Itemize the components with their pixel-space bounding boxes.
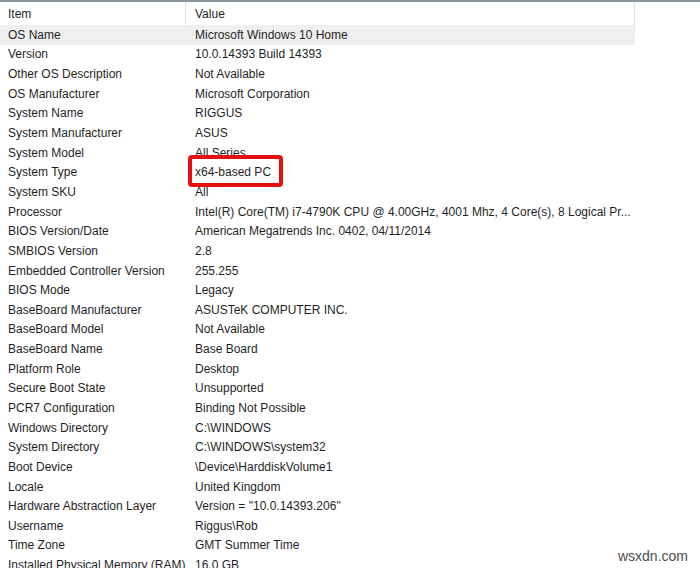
item-cell: SMBIOS Version <box>0 244 186 258</box>
item-cell: Version <box>0 47 186 61</box>
item-cell: Time Zone <box>0 538 186 552</box>
table-row[interactable]: Windows DirectoryC:\WINDOWS <box>0 418 635 438</box>
table-row[interactable]: PCR7 ConfigurationBinding Not Possible <box>0 398 635 418</box>
value-cell: Not Available <box>186 67 635 81</box>
column-header-item[interactable]: Item <box>0 2 186 25</box>
item-cell: OS Name <box>0 28 186 42</box>
value-cell: Desktop <box>186 362 635 376</box>
column-header-value[interactable]: Value <box>186 2 635 25</box>
value-cell: Microsoft Corporation <box>186 87 635 101</box>
value-cell: Legacy <box>186 283 635 297</box>
value-cell: GMT Summer Time <box>186 538 635 552</box>
item-cell: BaseBoard Name <box>0 342 186 356</box>
list-header: Item Value <box>0 2 635 25</box>
table-row[interactable]: System SKUAll <box>0 182 635 202</box>
watermark-text: wsxdn.com <box>618 548 688 564</box>
table-row[interactable]: Other OS DescriptionNot Available <box>0 64 635 84</box>
value-cell: 2.8 <box>186 244 635 258</box>
value-cell: Unsupported <box>186 381 635 395</box>
red-highlight-box: x64-based PC <box>195 165 271 179</box>
item-cell: Hardware Abstraction Layer <box>0 499 186 513</box>
item-cell: Installed Physical Memory (RAM) <box>0 558 186 568</box>
value-cell: ASUS <box>186 126 635 140</box>
value-cell: Base Board <box>186 342 635 356</box>
table-row[interactable]: Time ZoneGMT Summer Time <box>0 536 635 556</box>
item-cell: BaseBoard Model <box>0 322 186 336</box>
value-cell: Binding Not Possible <box>186 401 635 415</box>
value-cell: American Megatrends Inc. 0402, 04/11/201… <box>186 224 635 238</box>
value-cell: United Kingdom <box>186 480 635 494</box>
value-cell: Version = "10.0.14393.206" <box>186 499 635 513</box>
value-cell: All Series <box>186 146 635 160</box>
item-cell: BIOS Mode <box>0 283 186 297</box>
table-row[interactable]: System NameRIGGUS <box>0 104 635 124</box>
table-row[interactable]: BIOS Version/DateAmerican Megatrends Inc… <box>0 221 635 241</box>
item-cell: System Model <box>0 146 186 160</box>
item-cell: Locale <box>0 480 186 494</box>
item-cell: System Type <box>0 165 186 179</box>
table-row[interactable]: OS ManufacturerMicrosoft Corporation <box>0 84 635 104</box>
value-cell: RIGGUS <box>186 106 635 120</box>
table-row[interactable]: BaseBoard NameBase Board <box>0 339 635 359</box>
value-cell: 16.0 GB <box>186 558 635 568</box>
table-row[interactable]: Boot Device\Device\HarddiskVolume1 <box>0 457 635 477</box>
value-cell: Riggus\Rob <box>186 519 635 533</box>
item-cell: OS Manufacturer <box>0 87 186 101</box>
value-cell: ASUSTeK COMPUTER INC. <box>186 303 635 317</box>
table-row[interactable]: System Typex64-based PC <box>0 162 635 182</box>
value-cell: 10.0.14393 Build 14393 <box>186 47 635 61</box>
table-row[interactable]: System DirectoryC:\WINDOWS\system32 <box>0 437 635 457</box>
table-row[interactable]: System ManufacturerASUS <box>0 123 635 143</box>
table-row[interactable]: SMBIOS Version2.8 <box>0 241 635 261</box>
value-cell: \Device\HarddiskVolume1 <box>186 460 635 474</box>
value-cell: Intel(R) Core(TM) i7-4790K CPU @ 4.00GHz… <box>186 205 635 219</box>
value-cell: x64-based PC <box>186 165 635 179</box>
value-cell: 255.255 <box>186 264 635 278</box>
table-row[interactable]: ProcessorIntel(R) Core(TM) i7-4790K CPU … <box>0 202 635 222</box>
item-cell: BIOS Version/Date <box>0 224 186 238</box>
item-cell: PCR7 Configuration <box>0 401 186 415</box>
item-cell: Windows Directory <box>0 421 186 435</box>
item-cell: Platform Role <box>0 362 186 376</box>
table-row[interactable]: LocaleUnited Kingdom <box>0 477 635 497</box>
item-cell: Username <box>0 519 186 533</box>
item-cell: Embedded Controller Version <box>0 264 186 278</box>
table-row[interactable]: Hardware Abstraction LayerVersion = "10.… <box>0 496 635 516</box>
value-cell: Not Available <box>186 322 635 336</box>
list-rows: OS NameMicrosoft Windows 10 HomeVersion1… <box>0 25 635 568</box>
item-cell: BaseBoard Manufacturer <box>0 303 186 317</box>
table-row[interactable]: System ModelAll Series <box>0 143 635 163</box>
item-cell: System SKU <box>0 185 186 199</box>
value-cell: C:\WINDOWS\system32 <box>186 440 635 454</box>
table-row[interactable]: BIOS ModeLegacy <box>0 280 635 300</box>
table-row[interactable]: Version10.0.14393 Build 14393 <box>0 45 635 65</box>
table-row[interactable]: OS NameMicrosoft Windows 10 Home <box>0 25 635 45</box>
table-row[interactable]: BaseBoard ManufacturerASUSTeK COMPUTER I… <box>0 300 635 320</box>
table-row[interactable]: BaseBoard ModelNot Available <box>0 320 635 340</box>
table-row[interactable]: Installed Physical Memory (RAM)16.0 GB <box>0 555 635 568</box>
system-information-window: Item Value OS NameMicrosoft Windows 10 H… <box>0 0 700 568</box>
table-row[interactable]: Platform RoleDesktop <box>0 359 635 379</box>
table-row[interactable]: UsernameRiggus\Rob <box>0 516 635 536</box>
item-cell: Boot Device <box>0 460 186 474</box>
value-cell: C:\WINDOWS <box>186 421 635 435</box>
value-cell: Microsoft Windows 10 Home <box>186 28 635 42</box>
system-summary-list: Item Value OS NameMicrosoft Windows 10 H… <box>0 2 635 568</box>
item-cell: System Name <box>0 106 186 120</box>
table-row[interactable]: Embedded Controller Version255.255 <box>0 261 635 281</box>
item-cell: Processor <box>0 205 186 219</box>
item-cell: System Directory <box>0 440 186 454</box>
value-cell: All <box>186 185 635 199</box>
table-row[interactable]: Secure Boot StateUnsupported <box>0 379 635 399</box>
item-cell: Other OS Description <box>0 67 186 81</box>
item-cell: System Manufacturer <box>0 126 186 140</box>
item-cell: Secure Boot State <box>0 381 186 395</box>
